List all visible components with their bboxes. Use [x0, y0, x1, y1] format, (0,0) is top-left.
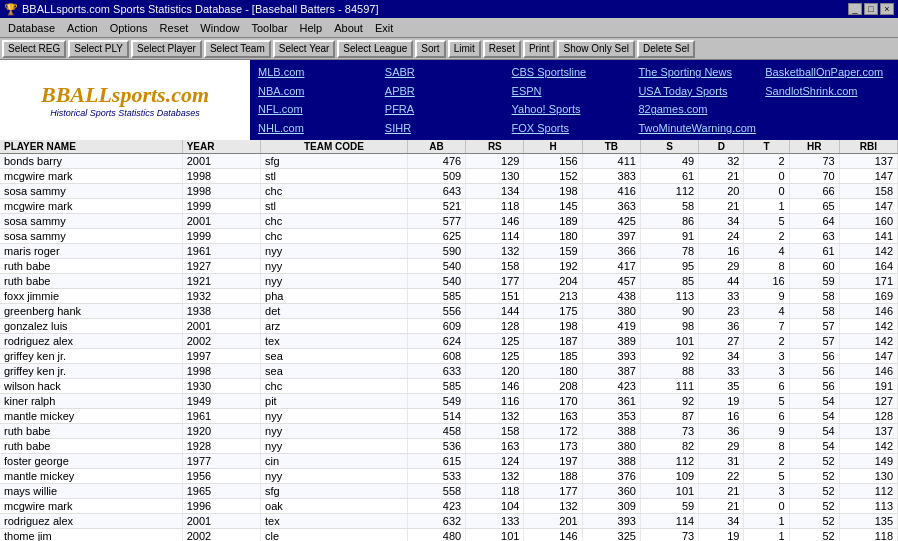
close-button[interactable]: × [880, 3, 894, 15]
table-row[interactable]: ruth babe1920nyy4581581723887336954137 [0, 424, 898, 439]
table-cell: 5 [744, 469, 789, 484]
nav-sabr[interactable]: SABR [385, 66, 510, 78]
reset-button[interactable]: Reset [483, 40, 521, 58]
table-cell: 6 [744, 379, 789, 394]
table-row[interactable]: griffey ken jr.1998sea633120180387883335… [0, 364, 898, 379]
table-cell: 1921 [182, 274, 260, 289]
table-cell: 152 [524, 169, 582, 184]
table-row[interactable]: mcgwire mark1998stl509130152383612107014… [0, 169, 898, 184]
select-year-button[interactable]: Select Year [273, 40, 336, 58]
print-button[interactable]: Print [523, 40, 556, 58]
show-only-sel-button[interactable]: Show Only Sel [557, 40, 635, 58]
table-row[interactable]: sosa sammy2001chc5771461894258634564160 [0, 214, 898, 229]
limit-button[interactable]: Limit [448, 40, 481, 58]
nav-pfra[interactable]: PFRA [385, 103, 510, 115]
nav-two-minute[interactable]: TwoMinuteWarning.com [638, 122, 763, 134]
menu-toolbar[interactable]: Toolbar [245, 20, 293, 36]
table-cell: 521 [407, 199, 465, 214]
table-cell: 98 [640, 319, 698, 334]
nav-nhl[interactable]: NHL.com [258, 122, 383, 134]
table-cell: sfg [261, 154, 408, 169]
select-player-button[interactable]: Select Player [131, 40, 202, 58]
select-league-button[interactable]: Select League [337, 40, 413, 58]
table-cell: 86 [640, 214, 698, 229]
select-ply-button[interactable]: Select PLY [68, 40, 129, 58]
nav-mlb[interactable]: MLB.com [258, 66, 383, 78]
table-row[interactable]: kiner ralph1949pit5491161703619219554127 [0, 394, 898, 409]
data-table-container[interactable]: PLAYER NAME YEAR TEAM CODE AB RS H TB S … [0, 140, 898, 541]
menu-options[interactable]: Options [104, 20, 154, 36]
table-row[interactable]: maris roger1961nyy5901321593667816461142 [0, 244, 898, 259]
nav-fox[interactable]: FOX Sports [512, 122, 637, 134]
nav-basketball-on-paper[interactable]: BasketballOnPaper.com [765, 66, 890, 78]
table-row[interactable]: mantle mickey1961nyy51413216335387166541… [0, 409, 898, 424]
table-cell: 1 [744, 199, 789, 214]
table-row[interactable]: sosa sammy1998chc64313419841611220066158 [0, 184, 898, 199]
table-row[interactable]: sosa sammy1999chc6251141803979124263141 [0, 229, 898, 244]
table-row[interactable]: foxx jimmie1932pha5851512134381133395816… [0, 289, 898, 304]
table-body: bonds barry2001sfg4761291564114932273137… [0, 154, 898, 542]
maximize-button[interactable]: □ [864, 3, 878, 15]
minimize-button[interactable]: _ [848, 3, 862, 15]
nav-sporting-news[interactable]: The Sporting News [638, 66, 763, 78]
table-cell: 16 [699, 409, 744, 424]
table-cell: 146 [466, 379, 524, 394]
menu-exit[interactable]: Exit [369, 20, 399, 36]
nav-apbr[interactable]: APBR [385, 85, 510, 97]
table-row[interactable]: thome jim2002cle4801011463257319152118 [0, 529, 898, 542]
table-row[interactable]: mays willie1965sfg5581181773601012135211… [0, 484, 898, 499]
table-row[interactable]: ruth babe1928nyy5361631733808229854142 [0, 439, 898, 454]
table-cell: tex [261, 334, 408, 349]
menu-reset[interactable]: Reset [154, 20, 195, 36]
header-area: BBALLsports.com Historical Sports Statis… [0, 60, 898, 140]
nav-sihr[interactable]: SIHR [385, 122, 510, 134]
table-row[interactable]: bonds barry2001sfg4761291564114932273137 [0, 154, 898, 169]
table-cell: 423 [582, 379, 640, 394]
nav-82games[interactable]: 82games.com [638, 103, 763, 115]
table-row[interactable]: ruth babe1921nyy54017720445785441659171 [0, 274, 898, 289]
nav-nfl[interactable]: NFL.com [258, 103, 383, 115]
table-cell: griffey ken jr. [0, 349, 182, 364]
select-reg-button[interactable]: Select REG [2, 40, 66, 58]
table-row[interactable]: rodriguez alex2002tex6241251873891012725… [0, 334, 898, 349]
table-row[interactable]: wilson hack1930chc5851462084231113565619… [0, 379, 898, 394]
table-row[interactable]: griffey ken jr.1997sea608125185393923435… [0, 349, 898, 364]
table-cell: 132 [466, 409, 524, 424]
table-row[interactable]: mantle mickey1956nyy53313218837610922552… [0, 469, 898, 484]
table-cell: 158 [466, 259, 524, 274]
col-ab: AB [407, 140, 465, 154]
table-cell: 556 [407, 304, 465, 319]
table-cell: 536 [407, 439, 465, 454]
table-cell: 145 [524, 199, 582, 214]
logo-section: BBALLsports.com Historical Sports Statis… [0, 60, 250, 140]
table-cell: 146 [839, 364, 897, 379]
nav-yahoo[interactable]: Yahoo! Sports [512, 103, 637, 115]
nav-sandlot[interactable]: SandlotShrink.com [765, 85, 890, 97]
table-cell: 114 [640, 514, 698, 529]
menu-about[interactable]: About [328, 20, 369, 36]
table-cell: 191 [839, 379, 897, 394]
nav-espn[interactable]: ESPN [512, 85, 637, 97]
table-row[interactable]: gonzalez luis2001arz60912819841998367571… [0, 319, 898, 334]
select-team-button[interactable]: Select Team [204, 40, 271, 58]
nav-nba[interactable]: NBA.com [258, 85, 383, 97]
table-row[interactable]: mcgwire mark1996oak423104132309592105211… [0, 499, 898, 514]
table-cell: 2001 [182, 154, 260, 169]
menu-window[interactable]: Window [194, 20, 245, 36]
title-bar-text: BBALLsports.com Sports Statistics Databa… [22, 3, 378, 15]
table-cell: 159 [524, 244, 582, 259]
menu-database[interactable]: Database [2, 20, 61, 36]
table-row[interactable]: ruth babe1927nyy5401581924179529860164 [0, 259, 898, 274]
nav-cbs[interactable]: CBS Sportsline [512, 66, 637, 78]
sort-button[interactable]: Sort [415, 40, 445, 58]
table-row[interactable]: foster george1977cin61512419738811231252… [0, 454, 898, 469]
menu-action[interactable]: Action [61, 20, 104, 36]
table-row[interactable]: mcgwire mark1999stl521118145363582116514… [0, 199, 898, 214]
nav-usa-today[interactable]: USA Today Sports [638, 85, 763, 97]
table-cell: 33 [699, 364, 744, 379]
menu-help[interactable]: Help [294, 20, 329, 36]
table-row[interactable]: greenberg hank1938det5561441753809023458… [0, 304, 898, 319]
delete-sel-button[interactable]: Delete Sel [637, 40, 695, 58]
table-row[interactable]: rodriguez alex2001tex6321332013931143415… [0, 514, 898, 529]
title-bar: 🏆 BBALLsports.com Sports Statistics Data… [0, 0, 898, 18]
